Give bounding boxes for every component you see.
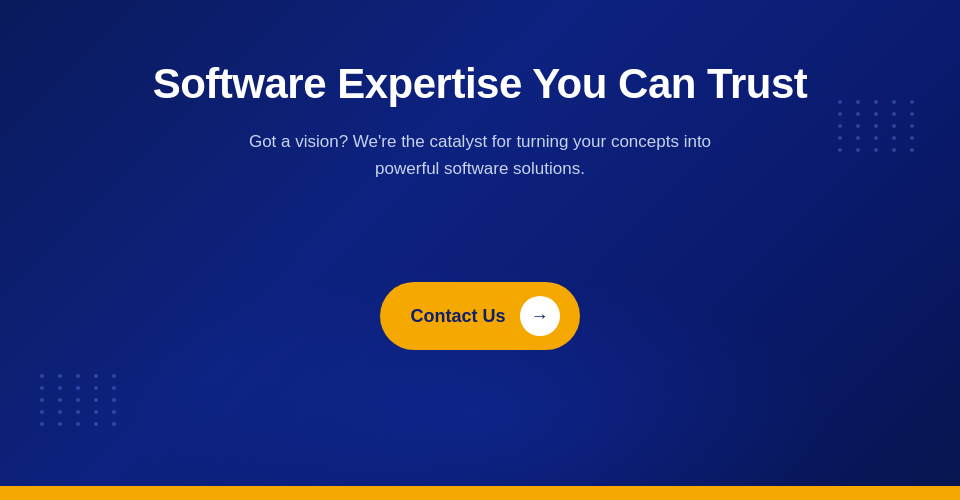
dot <box>40 422 44 426</box>
cta-arrow-circle: → <box>520 296 560 336</box>
dot <box>58 386 62 390</box>
contact-us-button[interactable]: Contact Us → <box>380 282 579 350</box>
dot <box>112 386 116 390</box>
dot <box>76 410 80 414</box>
dot <box>910 136 914 140</box>
dot <box>112 398 116 402</box>
dot <box>94 374 98 378</box>
page-wrapper: Software Expertise You Can Trust Got a v… <box>0 0 960 500</box>
dot <box>856 112 860 116</box>
dot <box>892 100 896 104</box>
dot <box>910 112 914 116</box>
dot <box>94 386 98 390</box>
dot <box>838 124 842 128</box>
dot <box>76 374 80 378</box>
dot <box>892 136 896 140</box>
dot <box>874 148 878 152</box>
dot <box>58 374 62 378</box>
dot <box>892 124 896 128</box>
dot <box>76 422 80 426</box>
dot <box>838 100 842 104</box>
dot <box>856 148 860 152</box>
dot <box>40 386 44 390</box>
dot <box>76 398 80 402</box>
dot <box>874 100 878 104</box>
dot <box>838 136 842 140</box>
dot-grid-right <box>838 100 920 152</box>
dot <box>40 410 44 414</box>
dot <box>892 112 896 116</box>
dot <box>112 422 116 426</box>
dot <box>94 422 98 426</box>
dot <box>838 148 842 152</box>
dot <box>910 124 914 128</box>
dot-grid-left <box>40 374 122 426</box>
dot <box>94 398 98 402</box>
dot <box>94 410 98 414</box>
dot <box>910 100 914 104</box>
cta-label: Contact Us <box>410 306 505 327</box>
dot <box>58 410 62 414</box>
dot <box>910 148 914 152</box>
dot <box>58 398 62 402</box>
hero-title: Software Expertise You Can Trust <box>153 60 808 108</box>
arrow-icon: → <box>531 307 549 325</box>
dot <box>892 148 896 152</box>
dot <box>40 374 44 378</box>
bottom-bar <box>0 486 960 500</box>
dot <box>58 422 62 426</box>
dot <box>76 386 80 390</box>
dot <box>838 112 842 116</box>
dot <box>112 410 116 414</box>
hero-subtitle: Got a vision? We're the catalyst for tur… <box>220 128 740 182</box>
hero-section: Software Expertise You Can Trust Got a v… <box>0 0 960 486</box>
dot <box>874 112 878 116</box>
dot <box>874 136 878 140</box>
dot <box>856 136 860 140</box>
dot <box>40 398 44 402</box>
dot <box>856 100 860 104</box>
dot <box>856 124 860 128</box>
dot <box>874 124 878 128</box>
dot <box>112 374 116 378</box>
